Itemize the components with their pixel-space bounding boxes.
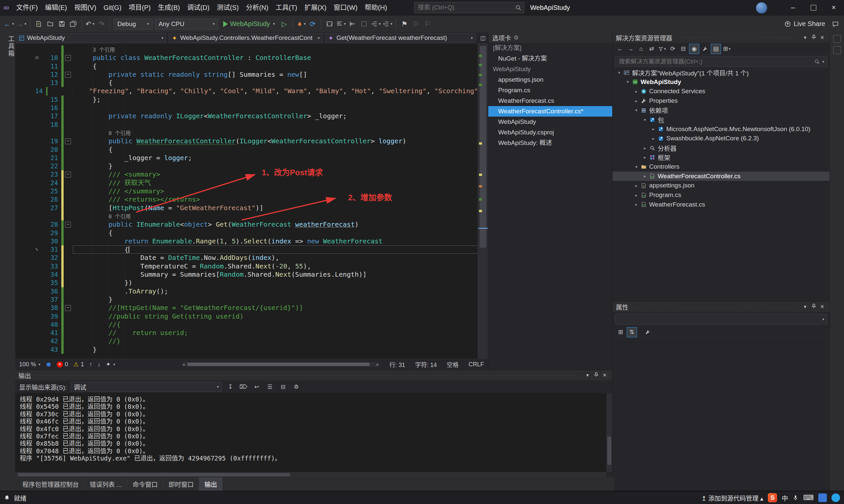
jump-to-end-icon[interactable]: ↧ [226,382,235,391]
code-text[interactable]: [HttpPost(Name = "GetWeatherForecast")] [73,204,478,212]
menu-item[interactable]: 生成(B) [154,0,184,15]
code-line[interactable]: 30 return Enumerable.Range(1, 5).Select(… [15,237,478,246]
indent-icon[interactable]: ▾ [371,18,381,30]
alphabetical-sort-icon[interactable]: ⇅ [627,327,637,337]
expand-chevron-icon[interactable]: ▸ [633,193,640,198]
code-text[interactable]: public class WeatherForecastController :… [73,54,478,62]
editor-horizontal-scrollbar[interactable]: ◂▸ [182,362,379,367]
keyboard-icon[interactable]: ⌨ [803,493,814,502]
code-line[interactable]: 16 [15,104,478,112]
fold-margin[interactable]: − [64,54,73,62]
glyph-margin[interactable] [15,237,41,246]
close-icon[interactable]: ✕ [818,35,827,40]
fold-margin[interactable]: − [64,220,73,229]
list-members-icon[interactable]: ▾ [336,18,346,30]
code-text[interactable]: } [73,295,478,304]
menu-item[interactable]: 分析(N) [242,0,272,15]
tree-item[interactable]: ▾包 [613,115,830,125]
refresh-icon[interactable]: ⟳ [668,44,677,54]
glyph-margin[interactable]: ⊡ [15,54,41,62]
glyph-margin[interactable] [15,329,41,337]
glyph-margin[interactable] [15,195,41,203]
code-line[interactable]: 35 }) [15,279,478,287]
code-text[interactable]: 0 个引用 [73,212,478,220]
quick-search-box[interactable] [414,2,524,13]
code-line[interactable]: 40 //{ [15,321,478,329]
glyph-margin[interactable] [15,254,41,262]
code-line[interactable]: 36 .ToArray(); [15,287,478,295]
open-document-tab[interactable]: WeatherForecastController.cs* [488,106,613,116]
expand-chevron-icon[interactable]: ▸ [633,183,640,188]
code-line[interactable]: 15 }; [15,95,478,104]
properties-object-dropdown[interactable]: ▾ [615,314,827,324]
glyph-margin[interactable] [15,287,41,295]
glyph-margin[interactable] [15,121,41,129]
menu-item[interactable]: Git(G) [100,0,125,15]
code-line[interactable]: 23− /// <summary> [15,170,478,179]
code-line[interactable]: 17 private readonly ILogger<WeatherForec… [15,112,478,120]
properties-icon[interactable] [700,44,710,54]
code-text[interactable]: { [73,246,478,254]
codelens-row[interactable]: 0 个引用 [15,129,478,137]
clear-all-icon[interactable]: ⌦ [239,382,248,391]
menu-item[interactable]: 项目(P) [125,0,154,15]
prev-bookmark-icon[interactable]: ⚐ [411,18,421,30]
chevron-down-icon[interactable]: ▾ [801,304,809,310]
open-document-tab[interactable]: WebApiStudy: 概述 [488,138,613,148]
restart-icon[interactable]: ⟳ [308,18,317,30]
glyph-margin[interactable] [15,87,32,95]
code-line[interactable]: 29 { [15,229,478,237]
fold-margin[interactable]: − [64,304,73,312]
code-line[interactable]: 18 [15,121,478,129]
open-document-tab[interactable]: NuGet - 解决方案 [488,53,613,64]
code-text[interactable]: //} [73,337,478,345]
tool-window-tab[interactable]: 即时窗口 [163,477,199,491]
code-line[interactable]: 27 [HttpPost(Name = "GetWeatherForecast"… [15,204,478,212]
pin-icon[interactable] [809,35,818,40]
view-switch-icon[interactable]: ⊞▾ [722,44,731,54]
tree-item[interactable]: ▸C#Program.cs [613,191,830,200]
code-line[interactable]: 38− //[HttpGet(Name = "GetWeatherForecas… [15,304,478,312]
menu-item[interactable]: 窗口(W) [330,0,361,15]
add-to-source-control-button[interactable]: ↥ 添加到源代码管理 ▴ [701,493,763,502]
code-text[interactable]: //{ [73,321,478,329]
navigate-forward-icon[interactable]: →▾ [16,18,27,30]
glyph-margin[interactable] [15,112,41,120]
solution-search-box[interactable]: ▾ [615,56,827,67]
tree-item[interactable]: ▸Microsoft.AspNetCore.Mvc.NewtonsoftJson… [613,125,830,134]
open-document-tab[interactable]: WeatherForecast.cs [488,95,613,106]
outdent-icon[interactable]: ▾ [383,18,392,30]
glyph-margin[interactable] [15,270,41,279]
notifications-icon[interactable] [833,35,841,43]
output-vertical-scrollbar[interactable] [606,393,612,472]
glyph-margin[interactable] [15,279,41,287]
code-line[interactable]: 37 } [15,295,478,304]
open-document-tab[interactable]: WebApiStudy.csproj [488,127,613,138]
fold-margin[interactable]: − [64,137,73,145]
wrap-lines-icon[interactable]: ↩ [252,382,261,391]
code-line[interactable]: 34 Summary = Summaries[Random.Shared.Nex… [15,270,478,279]
glyph-margin[interactable]: ✎ [15,246,41,254]
tree-item[interactable]: ▸C#WeatherForecastController.cs [613,172,830,181]
glyph-margin[interactable] [15,62,41,71]
code-line[interactable]: 43 } [15,345,478,354]
menu-item[interactable]: 帮助(H) [361,0,391,15]
error-count[interactable]: ✕0 [57,361,68,368]
pin-icon[interactable] [592,372,600,378]
code-line[interactable]: 39 //public string Get(string userid) [15,312,478,321]
expand-chevron-icon[interactable]: ▸ [650,136,657,141]
code-text[interactable]: Date = DateTime.Now.AddDays(index), [73,254,478,262]
code-line[interactable]: 24 /// 获取天气 [15,179,478,187]
expand-chevron-icon[interactable]: ▸ [633,89,640,94]
hot-reload-icon[interactable]: ▾ [296,18,306,30]
live-share-button[interactable]: Live Share [784,20,828,28]
next-issue-icon[interactable]: ↓ [98,361,101,368]
categorized-icon[interactable]: ⊞ [616,327,625,337]
code-text[interactable]: private readonly ILogger<WeatherForecast… [73,112,478,120]
fold-margin[interactable]: − [64,71,73,79]
chevron-down-icon[interactable]: ▾ [583,372,592,378]
expand-chevron-icon[interactable]: ▸ [650,126,657,131]
box-select-icon[interactable] [360,18,369,30]
toggle-messages-icon[interactable]: ☰ [265,382,275,391]
property-pages-icon[interactable] [643,327,652,337]
